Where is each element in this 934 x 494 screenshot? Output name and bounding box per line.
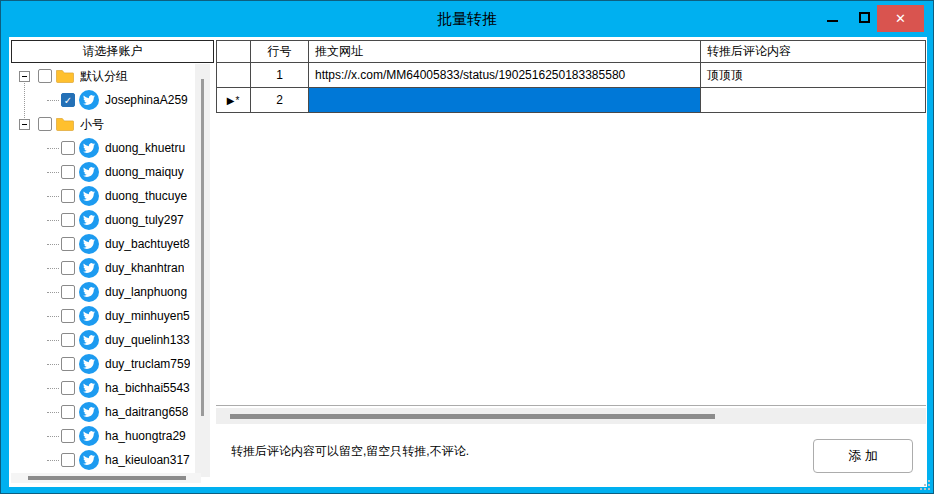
account-checkbox[interactable] [61,165,75,179]
account-checkbox[interactable] [38,69,52,83]
twitter-icon [79,186,99,206]
folder-icon [56,117,74,131]
tree-item-label: duy_bachtuyet8 [105,237,190,251]
add-button[interactable]: 添 加 [813,439,913,473]
folder-icon [56,69,74,83]
table-row: 1 https://x.com/MM64005833/status/190251… [216,63,926,88]
account-checkbox[interactable] [61,213,75,227]
grid-horizontal-scrollbar-thumb[interactable] [230,414,715,419]
account-checkbox[interactable] [61,141,75,155]
maximize-button[interactable] [857,10,873,26]
tree-item[interactable]: duong_maiquy [11,160,195,184]
grid-header-line-number[interactable]: 行号 [251,40,309,63]
account-checkbox[interactable] [61,237,75,251]
twitter-icon [79,330,99,350]
minimize-dash-icon [827,20,838,22]
tree-item[interactable]: duong_tuly297 [11,208,195,232]
tree-horizontal-scrollbar-thumb[interactable] [28,476,186,480]
maximize-square-icon [859,12,870,23]
tree-item-label: 小号 [80,116,104,133]
tree-item-label: duy_quelinh133 [105,333,190,347]
tree-item-label: duong_maiquy [105,165,184,179]
tree-item-label: ha_huongtra29 [105,429,186,443]
title-bar[interactable]: 批量转推 ✕ [1,1,933,37]
line-number-cell[interactable]: 2 [251,88,309,113]
close-button[interactable]: ✕ [877,5,924,32]
tree-item-label: ha_kieuloan317 [105,453,190,467]
tree-item[interactable]: duong_thucuye [11,184,195,208]
tree-item[interactable]: duy_bachtuyet8 [11,232,195,256]
account-checkbox[interactable] [61,405,75,419]
tree-item-label: duy_lanphuong [105,285,187,299]
twitter-icon [79,306,99,326]
grid-horizontal-scrollbar[interactable] [216,408,926,424]
grid-header-row: 行号 推文网址 转推后评论内容 [216,40,926,63]
tree-item[interactable]: 默认分组 [11,64,195,88]
tree-item[interactable]: duy_lanphuong [11,280,195,304]
client-area: 请选择账户 默认分组 ✓ JosephinaA259 小号 [9,37,927,487]
tree-item-label: duy_khanhtran [105,261,184,275]
grid-header-indicator[interactable] [216,40,251,63]
account-checkbox[interactable] [61,189,75,203]
account-checkbox[interactable] [61,285,75,299]
account-checkbox[interactable] [61,429,75,443]
twitter-icon [79,402,99,422]
tree-item[interactable]: duy_quelinh133 [11,328,195,352]
tree-item[interactable]: 小号 [11,112,195,136]
window-title: 批量转推 [1,1,933,37]
account-checkbox[interactable] [61,453,75,467]
tree-item[interactable]: ha_bichhai5543 [11,376,195,400]
line-number-cell[interactable]: 1 [251,63,309,88]
expand-toggle-icon[interactable] [19,119,30,130]
tree-item-label: duong_thucuye [105,189,187,203]
tree-item-label: JosephinaA259 [105,93,188,107]
tree-item[interactable]: ha_daitrang658 [11,400,195,424]
comment-cell[interactable] [701,88,926,113]
tweet-url-cell[interactable] [309,88,701,113]
tree-item-label: 默认分组 [80,68,128,85]
account-checkbox[interactable] [38,117,52,131]
tree-vertical-scrollbar-thumb[interactable] [201,79,204,416]
tree-item[interactable]: duy_khanhtran [11,256,195,280]
resize-grip-icon[interactable] [920,480,930,490]
twitter-icon [79,354,99,374]
app-window: 批量转推 ✕ 请选择账户 默认分组 ✓ JosephinaA259 [0,0,934,494]
tree-item-label: duong_tuly297 [105,213,184,227]
row-indicator-cell[interactable]: ▶* [216,88,251,113]
account-panel-header: 请选择账户 [11,40,214,63]
twitter-icon [79,234,99,254]
account-checkbox[interactable] [61,357,75,371]
tree-horizontal-scrollbar[interactable] [11,473,201,483]
current-row-indicator-icon: ▶* [227,95,241,106]
twitter-icon [79,90,99,110]
tweet-url-cell[interactable]: https://x.com/MM64005833/status/19025162… [309,63,701,88]
twitter-icon [79,426,99,446]
twitter-icon [79,162,99,182]
twitter-icon [79,282,99,302]
account-checkbox[interactable] [61,333,75,347]
minimize-button[interactable] [825,12,841,26]
account-tree: 默认分组 ✓ JosephinaA259 小号 duong_khuetru [11,64,195,472]
grid-header-tweet-url[interactable]: 推文网址 [309,40,701,63]
account-checkbox[interactable] [61,261,75,275]
table-row: ▶* 2 [216,88,926,113]
comment-hint-text: 转推后评论内容可以留空,留空只转推,不评论. [231,443,469,460]
tree-vertical-scrollbar[interactable] [195,64,210,477]
twitter-icon [79,378,99,398]
tree-item[interactable]: ✓ JosephinaA259 [11,88,195,112]
tree-item[interactable]: ha_huongtra29 [11,424,195,448]
comment-cell[interactable]: 顶顶顶 [701,63,926,88]
twitter-icon [79,138,99,158]
tree-item[interactable]: duy_minhuyen5 [11,304,195,328]
tree-item[interactable]: ha_kieuloan317 [11,448,195,472]
tree-item[interactable]: duy_truclam759 [11,352,195,376]
row-indicator-cell[interactable] [216,63,251,88]
expand-toggle-icon[interactable] [19,71,30,82]
account-checkbox[interactable]: ✓ [61,93,75,107]
grid-header-comment[interactable]: 转推后评论内容 [701,40,926,63]
tweet-grid: 行号 推文网址 转推后评论内容 1 https://x.com/MM640058… [216,40,926,406]
account-checkbox[interactable] [61,309,75,323]
tree-item[interactable]: duong_khuetru [11,136,195,160]
tree-item-label: duy_truclam759 [105,357,190,371]
account-checkbox[interactable] [61,381,75,395]
